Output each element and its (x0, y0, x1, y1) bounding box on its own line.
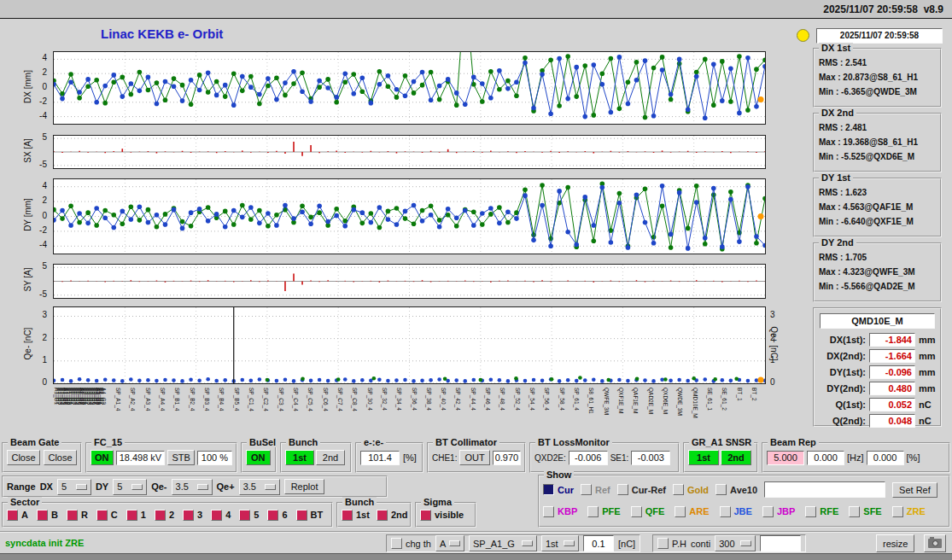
bunch-2nd-button[interactable]: 2nd (316, 450, 345, 465)
x-axis-label: SP_B1_4 (174, 388, 180, 411)
conti-label: conti (691, 539, 710, 549)
tick-label: 2 (42, 67, 47, 77)
sector-c-checkbox[interactable]: C (96, 510, 118, 521)
checkbox-indicator (67, 510, 78, 521)
beam-gate-close-1-button[interactable]: Close (7, 450, 40, 465)
tick-label: -2 (39, 225, 47, 235)
x-axis-label: QWDE_3M (677, 388, 683, 416)
x-axis-label: SP_C8_4 (352, 388, 358, 411)
count-select[interactable]: 300 (715, 535, 756, 551)
q-plot[interactable] (53, 306, 766, 384)
bunch-order-select[interactable]: 1st (541, 535, 579, 551)
sx-plot[interactable] (53, 135, 766, 169)
chg-th-checkbox[interactable]: chg th (391, 538, 431, 549)
ref-file-input[interactable] (764, 481, 885, 498)
range-dy-select[interactable]: 5 (113, 479, 147, 495)
beam-rep-set-field: 5.000 (767, 451, 804, 465)
statusbar: syncdata init ZRE chg th A SP_A1_G 1st [… (0, 531, 952, 553)
count-input[interactable] (760, 535, 801, 551)
sy-plot[interactable] (53, 264, 766, 299)
show-are-checkbox[interactable]: ARE (675, 506, 709, 517)
show-gold-checkbox[interactable]: Gold (673, 484, 709, 495)
ph-checkbox[interactable]: P.H (657, 538, 686, 549)
sector-group: Sector A B R C 1 2 3 4 5 6 BT (2, 502, 333, 528)
sector-b-checkbox[interactable]: B (37, 510, 58, 521)
dy-plot[interactable] (53, 178, 766, 254)
show-ave10-checkbox[interactable]: Ave10 (715, 484, 757, 495)
resize-button[interactable]: resize (876, 534, 914, 552)
show-ref-checkbox[interactable]: Ref (581, 484, 610, 495)
fc15-stb-button[interactable]: STB (167, 450, 194, 465)
beam-rep-hz-unit: [Hz] (847, 452, 864, 463)
busel-on-button[interactable]: ON (246, 450, 271, 465)
sector-select[interactable]: A (435, 535, 464, 551)
snapshot-button[interactable] (924, 534, 946, 552)
dx-plot[interactable] (53, 51, 766, 125)
checkbox-indicator (7, 510, 18, 521)
sector-2-checkbox[interactable]: 2 (155, 510, 174, 521)
snsr-1st-button[interactable]: 1st (688, 450, 719, 465)
set-ref-button[interactable]: Set Ref (892, 482, 937, 498)
show-zre-checkbox[interactable]: ZRE (892, 506, 926, 517)
sigma-visible-checkbox[interactable]: visible (420, 510, 464, 521)
beam-gate-close-2-button[interactable]: Close (44, 450, 77, 465)
stat-line: Max : 4.323@QWFE_3M (815, 265, 940, 279)
sector-1-checkbox[interactable]: 1 (126, 510, 146, 521)
bunch-1st-checkbox[interactable]: 1st (342, 510, 370, 521)
show-pfe-checkbox[interactable]: PFE (587, 506, 620, 517)
sector-5-checkbox[interactable]: 5 (239, 510, 259, 521)
sector-a-checkbox[interactable]: A (7, 510, 28, 521)
bunch-2nd-checkbox[interactable]: 2nd (377, 510, 408, 521)
che1-out-button[interactable]: OUT (459, 450, 489, 465)
x-axis-label: SP_38_4 (426, 388, 432, 411)
show-jbp-checkbox[interactable]: JBP (762, 506, 795, 517)
qmd-value: -0.096 (869, 365, 915, 379)
qmd-row: DY(2nd): 0.480 mm (815, 380, 940, 396)
checkbox-indicator (126, 510, 137, 521)
show-rfe-checkbox[interactable]: RFE (805, 506, 838, 517)
stats-title: DY 2nd (819, 237, 856, 248)
x-axis-label: SP_61_4 (574, 388, 580, 411)
show-cur-checkbox[interactable]: Cur (543, 484, 574, 495)
beam-rep-pct-unit: [%] (907, 452, 920, 463)
show-qfe-checkbox[interactable]: QFE (631, 506, 665, 517)
monitor-select[interactable]: SP_A1_G (469, 535, 537, 551)
sector-bt-checkbox[interactable]: BT (296, 510, 324, 521)
checkbox-indicator (720, 506, 731, 517)
sy-yticks: 5-5 (27, 264, 50, 299)
range-qe-minus-select[interactable]: 3.5 (172, 479, 213, 495)
stat-line: Max : 20.873@S8_61_H1 (815, 70, 940, 85)
replot-button[interactable]: Replot (284, 479, 325, 494)
beam-rep-meas-field: 0.000 (807, 451, 844, 465)
show-cur-ref-checkbox[interactable]: Cur-Ref (617, 484, 666, 495)
stats-dy-2nd: DY 2nd RMS : 1.705 Max : 4.323@QWFE_3M M… (813, 242, 942, 302)
show-sfe-checkbox[interactable]: SFE (849, 506, 881, 517)
dy-chart-canvas (54, 179, 765, 254)
show-jbe-checkbox[interactable]: JBE (720, 506, 752, 517)
sector-4-checkbox[interactable]: 4 (211, 510, 231, 521)
bunch-1st-button[interactable]: 1st (285, 450, 314, 465)
x-axis-label: A4_G3 (101, 388, 107, 405)
x-axis-label: SP_52_4 (515, 388, 521, 411)
checkbox-indicator (239, 510, 250, 521)
tick-label: -4 (39, 111, 47, 120)
show-kbp-checkbox[interactable]: KBP (543, 506, 577, 517)
tick-label: 1 (770, 355, 775, 365)
tick-label: -5 (39, 289, 47, 299)
range-qe-plus-select[interactable]: 3.5 (239, 479, 280, 495)
tick-label: 4 (42, 181, 47, 190)
checkbox-indicator (805, 506, 816, 517)
x-axis-label: SP_B5_4 (234, 388, 240, 411)
x-axis-label: SP_56_4 (544, 388, 550, 411)
checkbox-indicator (267, 510, 278, 521)
sector-6-checkbox[interactable]: 6 (267, 510, 287, 521)
fc15-on-button[interactable]: ON (91, 450, 114, 465)
gr-a1-snsr-group: GR_A1 SNSR 1st 2nd (683, 442, 758, 473)
sector-3-checkbox[interactable]: 3 (183, 510, 202, 521)
snsr-2nd-button[interactable]: 2nd (721, 450, 751, 465)
threshold-input[interactable] (583, 535, 614, 551)
range-dx-select[interactable]: 5 (57, 479, 91, 495)
sector-r-checkbox[interactable]: R (67, 510, 88, 521)
x-axis-label: SP_B3_4 (204, 388, 210, 411)
checkbox-indicator (617, 484, 628, 495)
